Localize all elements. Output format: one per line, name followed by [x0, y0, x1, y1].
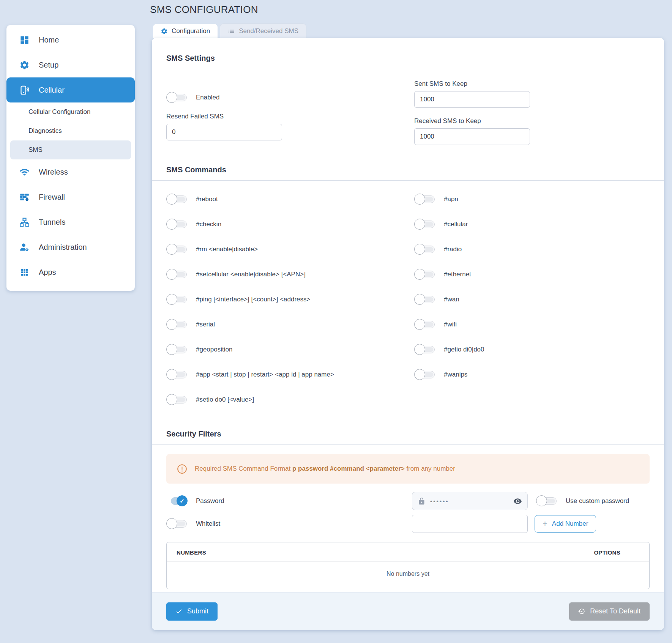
whitelist-toggle[interactable]: ✓ — [166, 518, 188, 530]
sidebar-item-apps[interactable]: Apps — [6, 260, 135, 285]
sms-command-label: #getio di0|do0 — [444, 346, 484, 353]
password-field[interactable]: •••••• — [412, 492, 528, 510]
sidebar-item-administration[interactable]: Administration — [6, 235, 135, 260]
panel-footer: Submit Reset To Default — [152, 592, 664, 630]
warning-text: Required SMS Command Format p password #… — [195, 465, 455, 473]
sms-command-row: ✓#app <start | stop | restart> <app id |… — [166, 362, 414, 387]
sms-command-toggle[interactable]: ✓ — [166, 344, 188, 355]
sms-command-toggle[interactable]: ✓ — [166, 269, 188, 280]
sms-command-row: ✓#geoposition — [166, 337, 414, 362]
sms-command-label: #checkin — [196, 221, 221, 228]
tab-label: Configuration — [172, 27, 210, 35]
alert-circle-icon — [177, 464, 187, 474]
sms-format-warning: Required SMS Command Format p password #… — [166, 454, 650, 484]
sms-command-row: ✓#setcellular <enable|disable> [<APN>] — [166, 262, 414, 287]
password-label: Password — [196, 497, 224, 505]
whitelist-label: Whitelist — [196, 520, 220, 528]
sms-command-toggle[interactable]: ✓ — [414, 244, 435, 255]
sms-settings-heading: SMS Settings — [152, 38, 664, 69]
sms-command-label: #radio — [444, 246, 462, 253]
sms-command-label: #geoposition — [196, 346, 232, 353]
options-column-header: OPTIONS — [594, 549, 639, 556]
admin-icon — [19, 242, 30, 252]
use-custom-password-toggle[interactable]: ✓ — [536, 495, 557, 507]
sms-command-row: ✓#wifi — [414, 312, 650, 337]
cellular-icon — [19, 85, 30, 95]
sent-sms-label: Sent SMS to Keep — [414, 80, 650, 88]
sms-command-toggle[interactable]: ✓ — [414, 219, 435, 230]
sidebar-item-diagnostics[interactable]: Diagnostics — [6, 121, 135, 140]
sms-command-row: ✓#setio do0 [<value>] — [166, 387, 414, 412]
sidebar-item-label: Cellular Configuration — [28, 108, 90, 116]
whitelist-number-input[interactable] — [412, 515, 528, 533]
numbers-column-header: NUMBERS — [177, 549, 206, 556]
sms-command-label: #rm <enable|disable> — [196, 246, 258, 253]
sms-command-toggle[interactable]: ✓ — [166, 244, 188, 255]
list-icon — [228, 28, 235, 35]
sidebar-item-label: Apps — [39, 268, 56, 277]
password-toggle[interactable]: ✓ — [166, 495, 188, 507]
sms-command-row: ✓#ping [<interface>] [<count>] <address> — [166, 287, 414, 312]
sms-command-row: ✓#apn — [414, 187, 650, 212]
tab-bar: ConfigurationSend/Received SMS — [153, 24, 306, 38]
sms-command-toggle[interactable]: ✓ — [414, 369, 435, 380]
sms-command-toggle[interactable]: ✓ — [166, 319, 188, 330]
sidebar-item-wireless[interactable]: Wireless — [6, 159, 135, 184]
tab-send-received-sms[interactable]: Send/Received SMS — [220, 24, 306, 38]
enabled-label: Enabled — [196, 94, 219, 101]
main-panel: SMS Settings ✓ Enabled Resend Failed SMS… — [152, 38, 664, 630]
sms-command-row: ✓#radio — [414, 237, 650, 262]
sms-command-row: ✓#serial — [166, 312, 414, 337]
sms-command-toggle[interactable]: ✓ — [414, 319, 435, 330]
sms-command-label: #wifi — [444, 321, 457, 328]
sidebar-item-sms[interactable]: SMS — [10, 140, 131, 159]
received-sms-label: Received SMS to Keep — [414, 117, 650, 125]
resend-failed-input[interactable] — [166, 124, 282, 140]
sms-command-label: #reboot — [196, 195, 218, 203]
sms-command-row: ✓#wanips — [414, 362, 650, 387]
sidebar-item-label: Wireless — [39, 168, 68, 177]
sidebar-item-home[interactable]: Home — [6, 27, 135, 52]
sms-command-toggle[interactable]: ✓ — [166, 194, 188, 205]
reset-icon — [578, 608, 585, 615]
eye-icon[interactable] — [513, 497, 522, 506]
sms-command-label: #wanips — [444, 371, 467, 378]
sms-command-toggle[interactable]: ✓ — [166, 219, 188, 230]
sms-command-toggle[interactable]: ✓ — [414, 269, 435, 280]
sms-command-toggle[interactable]: ✓ — [414, 294, 435, 305]
sms-command-row: ✓#wan — [414, 287, 650, 312]
sidebar-item-cellular[interactable]: Cellular — [6, 77, 135, 102]
sms-command-label: #wan — [444, 296, 459, 303]
sms-command-row: ✓#checkin — [166, 212, 414, 237]
sidebar-item-label: SMS — [28, 146, 43, 154]
sms-command-label: #cellular — [444, 221, 468, 228]
sms-command-toggle[interactable]: ✓ — [166, 369, 188, 380]
dashboard-icon — [19, 35, 30, 45]
add-number-button[interactable]: + Add Number — [535, 515, 596, 533]
sms-command-label: #setcellular <enable|disable> [<APN>] — [196, 271, 306, 278]
sms-command-row: ✓#cellular — [414, 212, 650, 237]
numbers-empty-state: No numbers yet — [167, 561, 649, 589]
sidebar-item-setup[interactable]: Setup — [6, 52, 135, 77]
submit-button[interactable]: Submit — [166, 602, 218, 621]
sidebar-item-firewall[interactable]: Firewall — [6, 184, 135, 210]
security-filters-heading: Security Filters — [152, 419, 664, 445]
sidebar-item-tunnels[interactable]: Tunnels — [6, 210, 135, 235]
sms-command-toggle[interactable]: ✓ — [166, 294, 188, 305]
tunnels-icon — [19, 217, 30, 227]
sms-command-toggle[interactable]: ✓ — [166, 394, 188, 405]
sidebar-item-label: Administration — [39, 243, 87, 252]
received-sms-input[interactable] — [414, 128, 530, 145]
sidebar-item-label: Firewall — [39, 193, 65, 202]
enabled-toggle[interactable]: ✓ — [166, 92, 188, 103]
sent-sms-input[interactable] — [414, 91, 530, 108]
tab-configuration[interactable]: Configuration — [153, 24, 218, 38]
sidebar-item-cellular-configuration[interactable]: Cellular Configuration — [6, 102, 135, 121]
apps-icon — [19, 267, 30, 277]
sms-settings-section: ✓ Enabled Resend Failed SMS Sent SMS to … — [152, 69, 664, 153]
sms-command-toggle[interactable]: ✓ — [414, 194, 435, 205]
sms-command-label: #setio do0 [<value>] — [196, 396, 254, 403]
reset-to-default-button[interactable]: Reset To Default — [569, 602, 650, 621]
firewall-icon — [19, 192, 30, 202]
sms-command-toggle[interactable]: ✓ — [414, 344, 435, 355]
